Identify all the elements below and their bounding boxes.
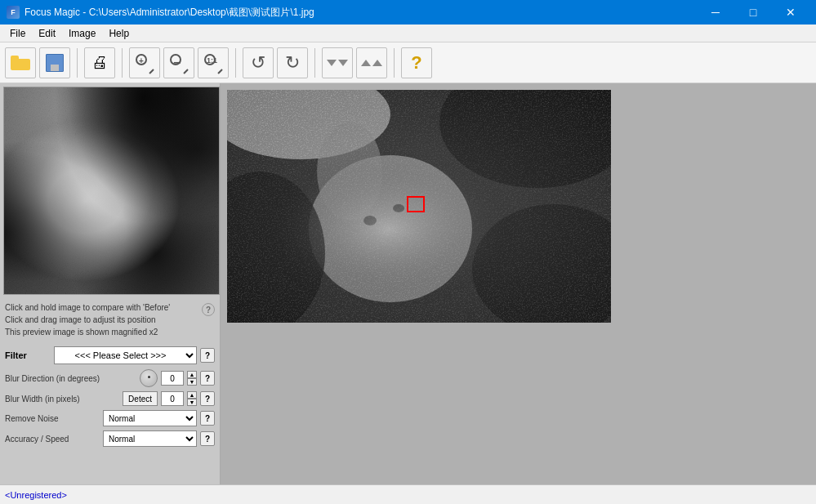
help-icon: ? xyxy=(411,52,421,74)
separator-5 xyxy=(394,48,395,78)
toolbar: 🖨 + − 1:1 ↺ ↻ xyxy=(0,42,816,83)
menu-help[interactable]: Help xyxy=(102,25,136,42)
filter-section: Filter <<< Please Select >>> Out of Focu… xyxy=(0,341,220,456)
status-bar: <Unregistered> xyxy=(0,484,816,504)
blur-width-input[interactable] xyxy=(161,391,184,406)
preview-info-text: Click and hold image to compare with 'Be… xyxy=(5,301,198,338)
separator-1 xyxy=(77,48,78,78)
blur-width-label: Blur Width (in pixels) xyxy=(5,395,119,404)
preview-info: Click and hold image to compare with 'Be… xyxy=(0,298,220,341)
blur-width-row: Blur Width (in pixels) Detect ▲ ▼ ? xyxy=(5,391,215,406)
blur-width-up[interactable]: ▲ xyxy=(187,391,197,399)
preview-line2: Click and drag image to adjust its posit… xyxy=(5,314,198,326)
remove-noise-row: Remove Noise Low Normal High ? xyxy=(5,410,215,426)
accuracy-speed-label: Accuracy / Speed xyxy=(5,435,100,444)
close-button[interactable]: ✕ xyxy=(772,0,809,25)
zoom-in-button[interactable]: + xyxy=(129,47,160,78)
maximize-button[interactable]: □ xyxy=(734,0,772,25)
minimize-button[interactable]: ─ xyxy=(697,0,734,25)
after-button[interactable] xyxy=(356,47,387,78)
separator-3 xyxy=(235,48,236,78)
preview-line1: Click and hold image to compare with 'Be… xyxy=(5,301,198,314)
blur-direction-down[interactable]: ▼ xyxy=(187,378,197,386)
folder-open-icon xyxy=(11,56,30,70)
filter-dropdown-container: <<< Please Select >>> Out of Focus Motio… xyxy=(54,346,215,364)
blur-direction-dial[interactable] xyxy=(140,369,158,387)
zoom-in-icon: + xyxy=(136,54,154,72)
title-bar: F Focus Magic - C:\Users\Administrator\D… xyxy=(0,0,816,25)
undo-icon: ↺ xyxy=(251,52,265,74)
undo-button[interactable]: ↺ xyxy=(243,47,274,78)
image-area[interactable] xyxy=(221,83,816,484)
save-button[interactable] xyxy=(39,47,70,78)
preview-line3: This preview image is shown magnified x2 xyxy=(5,326,198,338)
preview-image xyxy=(4,87,219,294)
filter-row: Filter <<< Please Select >>> Out of Focu… xyxy=(5,346,215,364)
blur-direction-up[interactable]: ▲ xyxy=(187,371,197,378)
zoom-out-icon: − xyxy=(170,54,188,72)
redo-icon: ↻ xyxy=(285,52,300,74)
title-bar-controls: ─ □ ✕ xyxy=(697,0,809,25)
blur-direction-row: Blur Direction (in degrees) ▲ ▼ ? xyxy=(5,369,215,387)
zoom-actual-button[interactable]: 1:1 xyxy=(198,47,229,78)
preview-help-button[interactable]: ? xyxy=(202,303,215,316)
blur-direction-input[interactable] xyxy=(161,371,184,386)
filter-label: Filter xyxy=(5,350,54,360)
remove-noise-label: Remove Noise xyxy=(5,414,100,423)
after-icon xyxy=(361,60,382,66)
help-button[interactable]: ? xyxy=(401,47,432,78)
blur-direction-help[interactable]: ? xyxy=(200,371,215,386)
photo-svg xyxy=(227,90,611,323)
zoom-out-button[interactable]: − xyxy=(163,47,194,78)
before-icon xyxy=(327,60,348,66)
blur-width-help[interactable]: ? xyxy=(200,391,215,406)
blur-direction-spinner: ▲ ▼ xyxy=(187,371,197,386)
accuracy-speed-dropdown[interactable]: Draft Normal Best xyxy=(103,430,197,447)
filter-dropdown[interactable]: <<< Please Select >>> Out of Focus Motio… xyxy=(54,346,197,364)
menu-edit[interactable]: Edit xyxy=(32,25,62,42)
app-icon: F xyxy=(7,6,20,19)
detect-button[interactable]: Detect xyxy=(123,391,158,406)
main-image[interactable] xyxy=(227,90,611,323)
status-text: <Unregistered> xyxy=(5,490,67,500)
blur-width-down[interactable]: ▼ xyxy=(187,399,197,406)
remove-noise-help[interactable]: ? xyxy=(200,411,215,426)
accuracy-speed-help[interactable]: ? xyxy=(200,431,215,446)
zoom-actual-icon: 1:1 xyxy=(204,54,222,72)
menu-bar: File Edit Image Help xyxy=(0,25,816,42)
blur-direction-label: Blur Direction (in degrees) xyxy=(5,374,136,383)
preview-area[interactable] xyxy=(3,87,220,295)
before-button[interactable] xyxy=(322,47,353,78)
separator-4 xyxy=(314,48,315,78)
separator-2 xyxy=(122,48,123,78)
left-panel: Click and hold image to compare with 'Be… xyxy=(0,83,221,484)
open-button[interactable] xyxy=(5,47,36,78)
filter-help-button[interactable]: ? xyxy=(200,348,215,363)
save-icon xyxy=(46,54,64,72)
main-content: Click and hold image to compare with 'Be… xyxy=(0,83,816,484)
redo-button[interactable]: ↻ xyxy=(277,47,308,78)
title-bar-left: F Focus Magic - C:\Users\Administrator\D… xyxy=(7,6,314,20)
remove-noise-dropdown[interactable]: Low Normal High xyxy=(103,410,197,426)
menu-image[interactable]: Image xyxy=(62,25,102,42)
menu-file[interactable]: File xyxy=(3,25,32,42)
svg-rect-11 xyxy=(227,90,611,323)
blur-width-spinner: ▲ ▼ xyxy=(187,391,197,406)
print-icon: 🖨 xyxy=(91,53,108,72)
print-button[interactable]: 🖨 xyxy=(84,47,115,78)
accuracy-speed-row: Accuracy / Speed Draft Normal Best ? xyxy=(5,430,215,447)
title-text: Focus Magic - C:\Users\Administrator\Des… xyxy=(25,6,314,20)
